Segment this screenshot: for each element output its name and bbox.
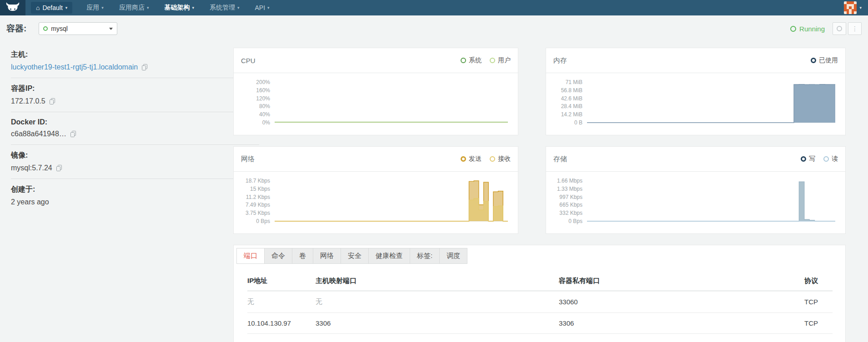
table-cell: 10.104.130.97 bbox=[247, 313, 316, 334]
column-header: IP地址 bbox=[247, 273, 316, 291]
restart-button[interactable] bbox=[833, 22, 846, 35]
y-tick-label: 15 Kbps bbox=[250, 186, 270, 192]
kebab-menu-icon: ⋮ bbox=[852, 25, 858, 32]
y-tick-label: 0 Bps bbox=[256, 218, 270, 224]
y-axis-ticks: 71 MiB56.8 MiB42.6 MiB28.4 MiB14.2 MiB0 … bbox=[552, 81, 587, 124]
y-tick-label: 0 B bbox=[574, 119, 582, 126]
chevron-down-icon: ▾ bbox=[237, 6, 240, 10]
chart-legend: 写读 bbox=[801, 155, 838, 163]
legend-used[interactable]: 已使用 bbox=[811, 56, 838, 64]
circle-icon bbox=[837, 26, 842, 31]
container-select[interactable]: mysql bbox=[39, 22, 117, 35]
tab-security[interactable]: 安全 bbox=[341, 248, 369, 264]
tab-labels[interactable]: 标签: bbox=[410, 248, 440, 264]
table-cell: 3306 bbox=[316, 313, 559, 334]
tab-network[interactable]: 网络 bbox=[313, 248, 341, 264]
y-tick-label: 0% bbox=[262, 119, 270, 126]
chart-legend: 系统用户 bbox=[461, 56, 511, 64]
legend-write[interactable]: 写 bbox=[801, 155, 815, 163]
chart-body: 200%160%120%80%40%0% bbox=[234, 73, 518, 124]
field-label: Docker ID: bbox=[11, 118, 259, 126]
user-menu[interactable]: ▾ bbox=[844, 0, 868, 15]
table-cell: 无 bbox=[247, 291, 316, 313]
field-label: 主机: bbox=[11, 50, 259, 59]
field-label: 创建于: bbox=[11, 185, 259, 194]
page-title: 容器: bbox=[6, 23, 26, 35]
nav-item-catalog[interactable]: 应用商店▾ bbox=[111, 0, 157, 15]
network-chart-card: 网络发送接收18.7 Kbps15 Kbps11.2 Kbps7.49 Kbps… bbox=[233, 146, 518, 234]
chevron-down-icon: ▾ bbox=[147, 6, 149, 10]
nav-item-infrastructure[interactable]: 基础架构▾ bbox=[156, 0, 202, 15]
actions-menu-button[interactable]: ⋮ bbox=[848, 22, 862, 35]
y-tick-label: 14.2 MiB bbox=[561, 111, 582, 118]
main: CPU系统用户200%160%120%80%40%0%内存已使用71 MiB56… bbox=[233, 48, 846, 342]
memory-chart-plot bbox=[587, 81, 835, 124]
selected-container-label: mysql bbox=[51, 25, 68, 32]
y-tick-label: 11.2 Kbps bbox=[246, 194, 270, 200]
subheader: 容器: mysql Running ⋮ bbox=[0, 15, 868, 42]
legend-ring-icon bbox=[490, 58, 495, 63]
y-tick-label: 160% bbox=[256, 87, 270, 94]
copy-icon[interactable] bbox=[142, 64, 147, 70]
chart-title: 内存 bbox=[553, 56, 567, 65]
legend-user[interactable]: 用户 bbox=[490, 56, 511, 64]
rancher-logo[interactable] bbox=[0, 0, 25, 15]
field-label: 容器IP: bbox=[11, 84, 259, 94]
chart-header: 内存已使用 bbox=[546, 48, 845, 73]
column-header: 协议 bbox=[804, 273, 833, 291]
field-value: mysql:5.7.24 bbox=[11, 164, 52, 172]
ports-table-body: 无无33060TCP10.104.130.9733063306TCP bbox=[247, 291, 833, 334]
nav-item-apps[interactable]: 应用▾ bbox=[79, 0, 111, 15]
nav-item-admin[interactable]: 系统管理▾ bbox=[202, 0, 247, 15]
chart-title: CPU bbox=[241, 57, 256, 64]
table-row: 10.104.130.9733063306TCP bbox=[247, 313, 833, 334]
field-host: 主机:luckyother19-test1-rgtj5-tj1.localdom… bbox=[11, 50, 259, 71]
legend-receive[interactable]: 接收 bbox=[490, 155, 511, 163]
tab-volumes[interactable]: 卷 bbox=[292, 248, 313, 264]
legend-read[interactable]: 读 bbox=[823, 155, 838, 163]
field-value-row: 2 years ago bbox=[11, 198, 259, 206]
copy-icon[interactable] bbox=[70, 131, 76, 137]
charts-grid: CPU系统用户200%160%120%80%40%0%内存已使用71 MiB56… bbox=[233, 48, 846, 234]
user-avatar bbox=[844, 1, 857, 14]
field-docker-id: Docker ID:c6a88a641948… bbox=[11, 118, 259, 138]
top-nav: ⌂ Default ▾ 应用▾应用商店▾基础架构▾系统管理▾API▾ ▾ bbox=[0, 0, 868, 15]
y-tick-label: 200% bbox=[256, 79, 270, 85]
nav-menu: 应用▾应用商店▾基础架构▾系统管理▾API▾ bbox=[79, 0, 277, 15]
nav-item-label: 基础架构 bbox=[164, 4, 190, 12]
cpu-chart-plot bbox=[275, 81, 508, 124]
y-tick-label: 332 Kbps bbox=[559, 210, 582, 216]
table-cell: TCP bbox=[804, 291, 833, 313]
y-tick-label: 56.8 MiB bbox=[561, 87, 582, 94]
legend-system[interactable]: 系统 bbox=[461, 56, 482, 64]
copy-icon[interactable] bbox=[56, 165, 62, 171]
y-tick-label: 665 Kbps bbox=[559, 202, 582, 208]
tab-scheduling[interactable]: 调度 bbox=[439, 248, 467, 264]
environment-selector[interactable]: ⌂ Default ▾ bbox=[31, 2, 72, 14]
y-tick-label: 80% bbox=[259, 103, 270, 109]
sidebar: 主机:luckyother19-test1-rgtj5-tj1.localdom… bbox=[11, 50, 259, 206]
field-value: c6a88a641948… bbox=[11, 130, 66, 138]
copy-icon[interactable] bbox=[50, 98, 55, 104]
home-icon: ⌂ bbox=[36, 5, 40, 11]
field-value-link[interactable]: luckyother19-test1-rgtj5-tj1.localdomain bbox=[11, 63, 138, 71]
status-label: Running bbox=[799, 25, 825, 33]
chart-title: 网络 bbox=[241, 155, 255, 164]
legend-label: 写 bbox=[809, 155, 815, 163]
nav-item-label: 应用商店 bbox=[119, 4, 145, 12]
tab-health-check[interactable]: 健康检查 bbox=[368, 248, 410, 264]
tab-command[interactable]: 命令 bbox=[264, 248, 292, 264]
nav-item-api[interactable]: API▾ bbox=[247, 0, 277, 15]
y-tick-label: 1.66 Mbps bbox=[557, 178, 582, 184]
chart-legend: 已使用 bbox=[811, 56, 838, 64]
field-value: 2 years ago bbox=[11, 198, 49, 206]
nav-item-label: API bbox=[255, 4, 265, 11]
tab-ports[interactable]: 端口 bbox=[236, 248, 265, 264]
status-badge: Running bbox=[790, 25, 825, 33]
legend-send[interactable]: 发送 bbox=[461, 155, 482, 163]
cow-logo-icon bbox=[6, 2, 20, 14]
chevron-down-icon bbox=[109, 28, 113, 30]
field-divider bbox=[11, 78, 259, 78]
field-image: 镜像:mysql:5.7.24 bbox=[11, 151, 259, 172]
y-tick-label: 42.6 MiB bbox=[561, 95, 582, 102]
